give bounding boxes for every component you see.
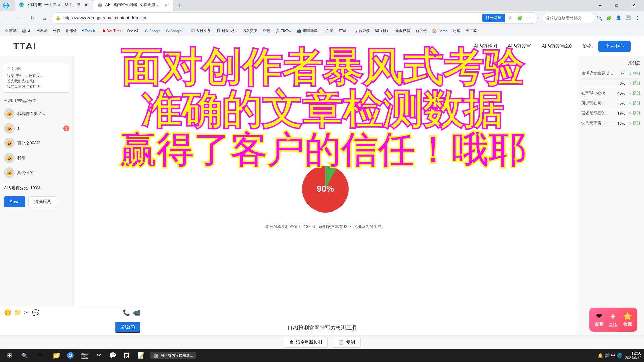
taskbar-explorer[interactable]: 📁 — [50, 349, 63, 362]
address-bar[interactable]: 🔒 https://www.zerogpt.ren/ai-content-det… — [51, 12, 538, 24]
user-item-4[interactable]: 🐱 我靠 — [4, 150, 69, 165]
tab-1-favicon: 🌐 — [19, 2, 24, 8]
taskbar-photos[interactable]: 🖼 — [120, 349, 133, 362]
user-item-3[interactable]: 🐱 百分之90AI? — [4, 136, 69, 150]
taskbar-time[interactable]: 12:56 2024/9/12 — [625, 351, 641, 360]
bookmark-baiduhao[interactable]: 百度号 — [413, 27, 429, 34]
sync-icon[interactable]: 🔄 — [624, 14, 632, 22]
folder-icon[interactable]: 📁 — [14, 309, 21, 316]
bookmark-baidu[interactable]: 百度 — [324, 27, 336, 34]
back-button[interactable]: ← — [3, 13, 13, 23]
extension-icon[interactable]: 🧩 — [516, 14, 524, 22]
bookmark-tiktok[interactable]: 🎵TikTok — [273, 27, 294, 34]
open-url-button[interactable]: 打开网址 — [482, 14, 505, 22]
bookmark-ai-detect[interactable]: AI检测 — [34, 27, 50, 34]
clear-redetect-button[interactable]: 🗑 清空重新检测 — [284, 337, 328, 348]
bookmark-openai[interactable]: OpenAI — [125, 28, 142, 34]
save-button[interactable]: Save — [4, 196, 25, 207]
bookmark-icon[interactable]: ☆ — [506, 14, 515, 22]
user-name-4: 我靠 — [17, 155, 25, 161]
bookmark-bilibili[interactable]: 📺哔哩哔哩... — [294, 27, 323, 34]
bookmark-toutiao[interactable]: 📰今日头条 — [188, 27, 213, 34]
clear-detect-button[interactable]: 清洗检测 — [28, 196, 57, 207]
collect-button[interactable]: ⭐ 收藏 — [623, 312, 632, 327]
right-panel-title: 原创度 — [581, 60, 640, 66]
tray-volume[interactable]: 🔊 — [604, 353, 610, 358]
bookmark-ai[interactable]: 🤖AI — [20, 27, 34, 34]
minimize-button[interactable]: ─ — [592, 0, 608, 11]
search-input[interactable] — [542, 13, 595, 23]
bookmark-domain[interactable]: 域名交友 — [240, 27, 260, 34]
result-badge-4: ☆ 原创 — [628, 101, 640, 106]
task-view-button[interactable]: ⧉ — [34, 349, 46, 361]
bookmark-home[interactable]: 🏠Home — [430, 27, 450, 34]
restore-button[interactable]: □ — [609, 0, 625, 11]
new-tab-button[interactable]: + — [175, 1, 184, 11]
bookmark-ai-gen[interactable]: AI生成... — [463, 27, 482, 34]
page-content: TTAI AI内容检测 AI内容改写 AI内容改写2.0 价格 个人中心 正文内… — [0, 36, 644, 349]
tab-1-close[interactable]: × — [83, 2, 89, 8]
taskbar-notes[interactable]: 📝 — [134, 349, 148, 362]
bookmark-ttai[interactable]: TTAI... — [336, 28, 352, 34]
comment-icon[interactable]: 💬 — [32, 309, 39, 316]
bookmark-douyin53[interactable]: 53（抖） — [373, 27, 392, 34]
search-icon[interactable]: 🔍 — [597, 15, 602, 21]
user-item-2[interactable]: 🐱 1 1 — [4, 121, 69, 136]
active-app-item[interactable]: 🤖 AI生成内容检测器... — [150, 352, 196, 359]
copy-button[interactable]: 📋 复制 — [333, 337, 361, 348]
collect-icon: ⭐ — [623, 312, 632, 321]
profile-icon[interactable]: 👤 — [614, 14, 623, 22]
close-button[interactable]: ✕ — [626, 0, 641, 11]
tray-network[interactable]: 🌐 — [617, 353, 622, 358]
user-item-1[interactable]: 🐱 聊着聊着就又... — [4, 106, 69, 121]
bookmark-facebook[interactable]: fFaceb... — [80, 28, 101, 34]
bookmark-youtube[interactable]: ▶YouTube — [101, 27, 124, 34]
phone-icon[interactable]: 📞 — [123, 309, 130, 316]
taskbar-search-button[interactable]: 🔍 — [19, 349, 31, 361]
home-button[interactable]: ⌂ — [39, 13, 50, 23]
bookmark-creation[interactable]: 创作分 — [63, 27, 79, 34]
start-button[interactable]: ⊞ — [3, 349, 16, 362]
menu-icon[interactable]: ⋮ — [633, 14, 641, 22]
taskbar-wechat[interactable]: 💬 — [106, 349, 119, 362]
extensions-icon[interactable]: 🧩 — [605, 14, 613, 22]
bookmark-backend[interactable]: 后台登录 — [353, 27, 372, 34]
result-pct-5: 19% — [617, 111, 625, 116]
personal-center-button[interactable]: 个人中心 — [598, 41, 631, 52]
taskbar-editor[interactable]: ✂ — [92, 349, 105, 362]
forward-button[interactable]: → — [15, 13, 25, 23]
video-icon[interactable]: 📹 — [133, 309, 140, 316]
taskbar-captura[interactable]: 📷 — [78, 349, 91, 362]
like-button[interactable]: ❤ 点赞 — [595, 312, 603, 327]
tab-2-close[interactable]: × — [164, 2, 169, 8]
bookmark-google2[interactable]: GGoogle... — [164, 28, 187, 34]
bookmark-doubao[interactable]: 豆包 — [260, 27, 272, 34]
nav-price[interactable]: 价格 — [582, 43, 592, 49]
result-row-4: 所以现在网... 5% ☆ 原创 — [581, 98, 640, 108]
follow-button[interactable]: + 关注 — [609, 311, 618, 328]
emoji-icon[interactable]: 😊 — [4, 309, 11, 316]
bookmark-cooperation[interactable]: 合作 — [51, 27, 63, 34]
tab-2[interactable]: 🤖 AI生成内容检测器_免费识别AI... × — [93, 0, 173, 11]
refresh-button[interactable]: ↻ — [27, 13, 38, 23]
more-options-icon[interactable]: ⋯ — [525, 14, 533, 22]
nav-ai-detect[interactable]: AI内容检测 — [474, 43, 497, 49]
bookmark-pharmacy[interactable]: 药铺 — [450, 27, 463, 34]
tab-1[interactable]: 🌐 360导航_一个主页，整个世界 × — [15, 0, 93, 11]
bookmark-favorites[interactable]: ☆收藏 — [3, 27, 19, 34]
bookmark-douyin[interactable]: 🎵抖音-记... — [214, 27, 239, 34]
tray-language[interactable]: 中 — [611, 352, 615, 358]
user-item-5[interactable]: 🐱 真的假的 — [4, 165, 69, 180]
taskbar-chrome[interactable] — [64, 349, 77, 362]
bookmark-google[interactable]: GGoogle — [143, 28, 163, 34]
left-sidebar: 正文内容 我想把这...，还有找... 首先我们先把风口... 我们先不谈拥有巨… — [0, 56, 74, 335]
preview-line1: 我想把这...，还有找... — [7, 73, 66, 79]
user-badge-2: 1 — [63, 125, 69, 131]
send-button[interactable]: 发送(S) — [115, 322, 140, 333]
address-icons: 打开网址 ☆ 🧩 ⋯ — [482, 14, 533, 22]
tray-notification[interactable]: 🔔 — [598, 353, 603, 358]
nav-ai-rewrite[interactable]: AI内容改写 — [508, 43, 531, 49]
cut-icon[interactable]: ✂ — [24, 309, 29, 316]
bookmark-weibo[interactable]: 新浪微博 — [393, 27, 413, 34]
nav-ai-rewrite2[interactable]: AI内容改写2.0 — [542, 43, 572, 49]
